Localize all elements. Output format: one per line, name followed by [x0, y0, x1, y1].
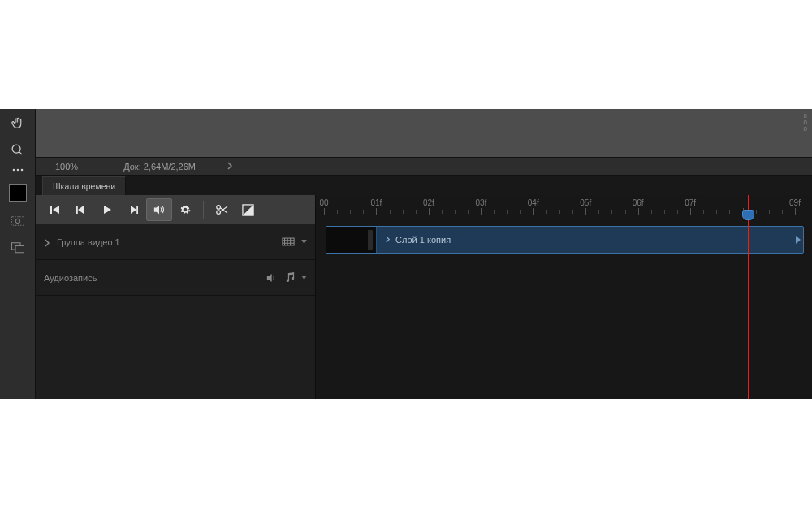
ruler-label: 03f [475, 198, 486, 207]
ruler-label: 06f [633, 198, 644, 207]
timeline-tracks-area[interactable]: 0001f02f03f04f05f06f07f09f Слой 1 копия [316, 195, 812, 399]
split-clip-button[interactable] [209, 198, 235, 221]
chevron-right-icon[interactable] [227, 162, 233, 172]
filmstrip-icon[interactable] [282, 237, 295, 246]
speaker-icon[interactable] [266, 273, 279, 283]
zoom-tool-icon[interactable] [8, 140, 28, 159]
playhead[interactable] [748, 195, 749, 399]
svg-point-11 [217, 206, 221, 210]
play-button[interactable] [94, 198, 120, 221]
time-ruler[interactable]: 0001f02f03f04f05f06f07f09f [316, 195, 812, 224]
hand-tool-icon[interactable] [8, 114, 28, 133]
app-shell: 8 0 0 100% Док: 2,64M/2,26M Шкала времен… [0, 109, 812, 399]
svg-rect-9 [76, 206, 78, 214]
svg-rect-8 [50, 206, 52, 214]
transport-bar [36, 195, 315, 224]
chevron-right-icon[interactable] [44, 239, 50, 245]
dropdown-chevron-icon[interactable] [301, 276, 307, 280]
timeline-body: Группа видео 1 Ау [36, 195, 812, 399]
canvas-region: 8 0 0 [36, 109, 812, 158]
divider [203, 201, 204, 219]
svg-point-3 [20, 169, 23, 172]
doc-size: Док: 2,64M/2,26M [123, 162, 196, 172]
transition-button[interactable] [235, 198, 261, 221]
tab-timeline[interactable]: Шкала времени [42, 176, 126, 195]
audio-track-row[interactable]: Аудиозапись [36, 260, 315, 296]
quickmask-icon[interactable] [8, 211, 28, 231]
svg-point-0 [12, 145, 20, 153]
chevron-right-icon[interactable] [385, 236, 391, 245]
audio-mute-button[interactable] [146, 198, 172, 221]
video-track-row[interactable]: Группа видео 1 [36, 224, 315, 260]
audio-track-label: Аудиозапись [44, 273, 97, 283]
ruler-label: 07f [685, 198, 696, 207]
timeline-tabs: Шкала времени [36, 176, 812, 195]
more-tool-icon[interactable] [8, 166, 28, 174]
prev-frame-button[interactable] [68, 198, 94, 221]
main-area: 8 0 0 100% Док: 2,64M/2,26M Шкала времен… [36, 109, 812, 399]
next-frame-button[interactable] [120, 198, 146, 221]
clip-lane: Слой 1 копия [316, 226, 812, 258]
screenmode-icon[interactable] [8, 237, 28, 257]
svg-point-2 [16, 169, 19, 172]
ruler-value: 8 0 0 [804, 113, 807, 132]
track-name: Группа видео 1 [57, 237, 120, 247]
goto-start-button[interactable] [42, 198, 68, 221]
ruler-label: 00 [319, 198, 328, 207]
tool-column [0, 109, 36, 399]
ruler-label: 04f [528, 198, 539, 207]
svg-rect-14 [283, 238, 294, 245]
clip-thumbnail [326, 227, 377, 253]
status-bar: 100% Док: 2,64M/2,26M [36, 158, 812, 176]
dropdown-chevron-icon[interactable] [301, 240, 307, 244]
foreground-color-swatch[interactable] [9, 184, 27, 202]
svg-rect-7 [15, 246, 24, 253]
ruler-label: 09f [789, 198, 801, 207]
clip-end-handle[interactable] [795, 236, 801, 244]
music-note-icon[interactable] [285, 272, 295, 283]
timeline-track-list: Группа видео 1 Ау [36, 195, 316, 399]
svg-point-12 [217, 211, 221, 215]
ruler-label: 02f [423, 198, 434, 207]
settings-button[interactable] [172, 198, 198, 221]
svg-point-1 [12, 169, 15, 172]
ruler-label: 01f [370, 198, 382, 207]
video-clip[interactable]: Слой 1 копия [326, 226, 804, 254]
canvas-ruler: 8 0 0 [36, 109, 812, 157]
ruler-label: 05f [580, 198, 591, 207]
clip-label: Слой 1 копия [395, 235, 451, 245]
zoom-level[interactable]: 100% [55, 162, 78, 172]
svg-rect-10 [136, 206, 138, 214]
svg-rect-4 [11, 217, 24, 226]
timeline-panel: Шкала времени [36, 176, 812, 399]
svg-point-5 [15, 219, 19, 223]
playhead-handle[interactable] [742, 210, 754, 220]
